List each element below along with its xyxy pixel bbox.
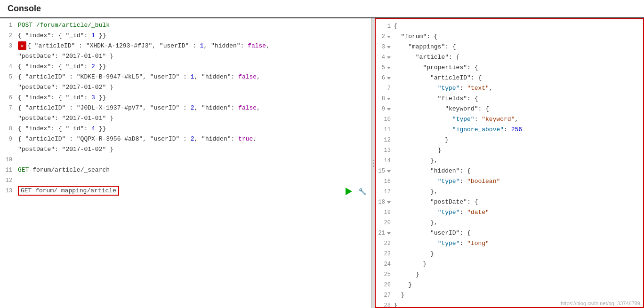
line-num-text: 3: [382, 42, 385, 52]
fold-indicator[interactable]: [387, 36, 391, 38]
line-num-text: 6: [382, 73, 385, 83]
right-line-content: "type": "long": [393, 239, 643, 248]
fold-indicator[interactable]: [387, 67, 391, 69]
left-code-line: 3✕{ "articleID" : "XHDK-A-1293-#fJ3", "u…: [0, 41, 371, 51]
code-token: "long": [467, 240, 489, 247]
main-content: 1POST /forum/article/_bulk2{ "index": { …: [0, 18, 644, 308]
wrench-button[interactable]: 🔧: [357, 186, 367, 197]
line-content: [17, 176, 371, 185]
line-content: "postDate": "2017-01-01" }: [17, 52, 371, 61]
line-number: 4: [0, 62, 17, 71]
line-number: 10: [0, 155, 17, 165]
code-token: [394, 116, 452, 123]
line-num-text: 8: [382, 94, 385, 103]
left-panel-content[interactable]: 1POST /forum/article/_bulk2{ "index": { …: [0, 18, 371, 308]
line-num-text: 7: [387, 84, 391, 93]
line-number: 5: [0, 72, 17, 82]
line-number: 7: [0, 103, 17, 113]
right-line-number: 20: [376, 218, 393, 228]
code-token: }: [394, 271, 419, 278]
right-code-line: 18 "postDate": {: [376, 197, 643, 207]
right-code-line: 25 }: [376, 269, 643, 280]
line-num-text: 23: [384, 249, 391, 259]
fold-indicator[interactable]: [387, 77, 391, 79]
play-button[interactable]: [344, 186, 354, 197]
line-content: GET forum/article/_search: [17, 166, 371, 175]
code-token: "boolean": [467, 178, 500, 185]
code-token: }: [394, 147, 441, 154]
right-code-line: 7 "type": "text",: [376, 83, 643, 94]
right-code-line: 5 "properties": {: [376, 63, 643, 73]
line-num-text: 14: [384, 156, 391, 166]
code-token: },: [394, 219, 438, 226]
right-line-content: "articleID": {: [393, 73, 643, 83]
right-line-content: }: [393, 135, 643, 145]
line-num-text: 26: [384, 280, 391, 290]
line-num-text: 12: [384, 135, 391, 145]
line-num-text: 2: [382, 32, 385, 41]
right-line-number: 15: [376, 166, 393, 176]
right-code-line: 17 },: [376, 187, 643, 197]
right-line-number: 18: [376, 197, 393, 207]
fold-indicator[interactable]: [387, 232, 391, 235]
code-token: "type": [438, 178, 460, 185]
right-panel: 1{2 "forum": {3 "mappings": {4 "article"…: [375, 18, 644, 308]
right-panel-content[interactable]: 1{2 "forum": {3 "mappings": {4 "article"…: [375, 18, 644, 308]
right-line-content: "hidden": {: [393, 166, 643, 176]
right-line-content: "ignore_above": 256: [393, 125, 643, 134]
line-content: { "articleID" : "J0DL-X-1937-#pV7", "use…: [17, 103, 371, 113]
code-token: ,: [515, 116, 518, 123]
right-code-line: 21 "userID": {: [376, 228, 643, 238]
line-content[interactable]: GET forum/_mapping/article: [17, 186, 344, 196]
right-line-number: 14: [376, 156, 393, 166]
right-line-number: 24: [376, 260, 393, 269]
app-title: Console: [8, 4, 41, 13]
fold-indicator[interactable]: [387, 201, 391, 204]
line-num-text: 21: [378, 229, 385, 238]
right-line-number: 25: [376, 270, 393, 279]
right-code-line: 1{: [376, 21, 643, 32]
code-token: "articleID": {: [394, 74, 482, 81]
right-code-line: 2 "forum": {: [376, 32, 643, 42]
right-line-content: "properties": {: [393, 63, 643, 72]
title-bar: Console: [0, 0, 644, 18]
code-token: },: [394, 157, 438, 164]
line-num-text: 9: [382, 104, 385, 114]
right-code-line: 19 "type": "date": [376, 207, 643, 218]
divider-dot-1: [373, 160, 374, 161]
right-code-line: 13 }: [376, 145, 643, 156]
right-line-number: 12: [376, 135, 393, 145]
code-token: }: [394, 250, 434, 257]
code-token: "fields": {: [394, 95, 478, 102]
code-token: "type": [438, 85, 460, 92]
right-code-line: 8 "fields": {: [376, 94, 643, 104]
line-number: 12: [0, 176, 17, 185]
line-num-text: 13: [384, 146, 391, 155]
line-num-text: 11: [384, 125, 391, 134]
right-line-content: "type": "keyword",: [393, 115, 643, 124]
right-line-number: 28: [376, 301, 393, 308]
code-token: "type": [452, 116, 475, 123]
code-token: "properties": {: [394, 64, 478, 71]
fold-indicator[interactable]: [387, 98, 391, 100]
left-code-line: 6{ "index": { "_id": 3 }}: [0, 93, 371, 103]
line-num-text: 4: [382, 53, 385, 62]
left-code-line: "postDate": "2017-01-02" }: [0, 144, 371, 155]
right-code-line: 9 "keyword": {: [376, 104, 643, 114]
right-code-line: 11 "ignore_above": 256: [376, 125, 643, 135]
line-number: 3: [0, 41, 17, 51]
fold-indicator[interactable]: [387, 108, 391, 111]
right-line-number: 22: [376, 239, 393, 248]
line-number: 6: [0, 93, 17, 103]
code-token: :: [504, 126, 511, 133]
fold-indicator[interactable]: [387, 56, 391, 59]
right-code-line: 4 "article": {: [376, 52, 643, 63]
fold-indicator[interactable]: [387, 46, 391, 48]
line-content: POST /forum/article/_bulk: [17, 21, 371, 30]
fold-indicator[interactable]: [387, 170, 391, 173]
input-box[interactable]: GET forum/_mapping/article: [18, 186, 119, 196]
right-line-content: "fields": {: [393, 94, 643, 103]
left-code-line: 1POST /forum/article/_bulk: [0, 20, 371, 31]
left-code-line: 2{ "index": { "_id": 1 }}: [0, 31, 371, 41]
line-number: 8: [0, 124, 17, 134]
